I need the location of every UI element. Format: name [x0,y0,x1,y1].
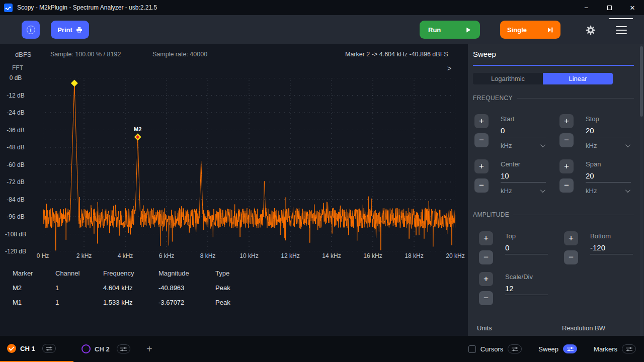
stop-unit-value: kHz [586,142,597,149]
marker-table-row[interactable]: M214.604 kHz-40.8963Peak [0,281,453,295]
channel-2-settings-button[interactable] [117,344,130,353]
instrument-menu-button[interactable] [609,18,633,41]
info-icon: i [27,26,35,34]
span-unit-value: kHz [586,187,597,195]
stop-unit-dropdown[interactable]: kHz [586,142,629,149]
start-value-input[interactable]: 0 [501,126,546,137]
x-tick-label: 0 Hz [37,252,49,259]
x-tick-label: 16 kHz [363,252,382,259]
scalediv-increment-button[interactable]: + [479,272,493,286]
titlebar: Scopy - M2kPlugin - Spectrum Analyzer - … [0,0,644,15]
amplitude-section-header: AMPLITUDE [473,211,634,218]
marker-table-cell: Peak [215,284,261,292]
bottom-label: Bottom [590,232,644,240]
sweep-settings-button[interactable] [563,344,577,353]
span-decrement-button[interactable]: − [559,178,574,193]
bottom-value-input[interactable]: -120 [590,243,633,254]
marker-table-cell: 1 [55,299,103,306]
y-axis-labels: 0 dB-12 dB-24 dB-36 dB-48 dB-60 dB-72 dB… [0,78,31,251]
spectrum-svg: M2 [43,78,455,251]
print-button[interactable]: Print [51,21,89,39]
markers-settings-button[interactable] [622,344,636,353]
y-tick-label: -60 dB [0,161,31,168]
tune-icon [46,346,52,351]
maximize-icon [607,6,612,10]
chevron-down-icon [540,142,545,147]
marker-table-cell: Peak [215,299,261,306]
app-window: Scopy - M2kPlugin - Spectrum Analyzer - … [0,0,644,362]
bottom-increment-button[interactable]: + [564,231,578,245]
add-channel-button[interactable]: + [146,336,152,362]
bottom-right-controls: Cursors Sweep Markers [468,336,636,362]
marker-table-cell: 1 [55,284,103,292]
marker-table-row[interactable]: M111.533 kHz-3.67072Peak [0,295,453,310]
run-button-label: Run [428,26,441,34]
channel-2-tab[interactable]: CH 2 [74,336,145,362]
stop-label: Stop [586,115,643,123]
channel-1-label: CH 1 [20,345,35,352]
amplitude-section-label: AMPLITUDE [473,211,509,218]
linear-option[interactable]: Linear [543,73,613,84]
marker-diamond[interactable] [71,80,78,87]
marker-table-header-cell: Channel [55,269,103,277]
center-value-input[interactable]: 10 [501,171,546,183]
top-increment-button[interactable]: + [479,231,493,245]
channel-1-tab[interactable]: CH 1 [0,336,73,362]
spectrum-plot[interactable]: M2 [43,78,455,251]
x-tick-label: 8 kHz [200,252,216,259]
span-unit-dropdown[interactable]: kHz [586,187,629,195]
play-icon [465,27,471,33]
start-unit-dropdown[interactable]: kHz [501,142,544,149]
plot-region: dBFS Sample: 100.00 % / 8192 Sample rate… [0,44,468,336]
start-decrement-button[interactable]: − [474,133,489,147]
start-increment-button[interactable]: + [474,114,489,128]
panel-collapse-chevron-icon[interactable]: > [447,64,451,72]
units-label: Units [477,324,492,332]
span-value-input[interactable]: 20 [586,171,631,183]
logarithmic-option[interactable]: Logarithmic [473,73,543,84]
stop-value-input[interactable]: 20 [586,126,631,137]
window-controls: − × [575,0,644,15]
span-increment-button[interactable]: + [559,159,574,173]
marker-table-rows: M214.604 kHz-40.8963PeakM111.533 kHz-3.6… [0,281,453,310]
maximize-button[interactable] [598,0,621,15]
center-increment-button[interactable]: + [474,159,489,173]
cursors-settings-button[interactable] [508,344,522,353]
y-tick-label: -36 dB [0,127,31,134]
preferences-button[interactable] [583,24,599,37]
print-button-label: Print [57,26,72,34]
y-tick-label: -108 dB [0,231,31,238]
panel-scrollbar-thumb[interactable] [640,46,643,117]
x-tick-label: 2 kHz [76,252,92,259]
stop-decrement-button[interactable]: − [559,133,574,147]
marker-readout-label: Marker 2 -> 4.604 kHz -40.896 dBFS [345,51,448,58]
axis-unit-label: dBFS [15,51,32,58]
x-tick-label: 20 kHz [446,252,464,259]
top-decrement-button[interactable]: − [479,250,493,264]
stop-increment-button[interactable]: + [559,114,574,128]
scale-toggle: Logarithmic Linear [473,73,613,84]
center-unit-dropdown[interactable]: kHz [501,187,544,195]
scalediv-decrement-button[interactable]: − [479,291,493,305]
single-capture-icon [546,27,553,33]
channel-1-settings-button[interactable] [42,344,56,353]
scalediv-value-input[interactable]: 12 [505,284,548,295]
cursors-checkbox[interactable] [468,345,476,353]
channel-2-disabled-icon[interactable] [82,344,91,353]
main-area: dBFS Sample: 100.00 % / 8192 Sample rate… [0,44,644,336]
close-button[interactable]: × [621,0,644,15]
minimize-button[interactable]: − [575,0,598,15]
top-value-input[interactable]: 0 [505,243,548,254]
channel-2-label: CH 2 [95,345,110,353]
channel-1-enabled-icon[interactable] [7,344,16,353]
single-button[interactable]: Single [500,21,560,39]
info-button[interactable]: i [22,21,40,39]
single-button-label: Single [507,26,527,34]
sample-info-label: Sample: 100.00 % / 8192 [50,51,121,58]
bottom-decrement-button[interactable]: − [564,250,578,264]
marker-table-header-cell: Magnitude [158,269,215,277]
run-button[interactable]: Run [420,21,480,39]
top-label: Top [505,232,563,240]
center-decrement-button[interactable]: − [474,178,489,193]
window-title: Scopy - M2kPlugin - Spectrum Analyzer - … [17,4,157,11]
